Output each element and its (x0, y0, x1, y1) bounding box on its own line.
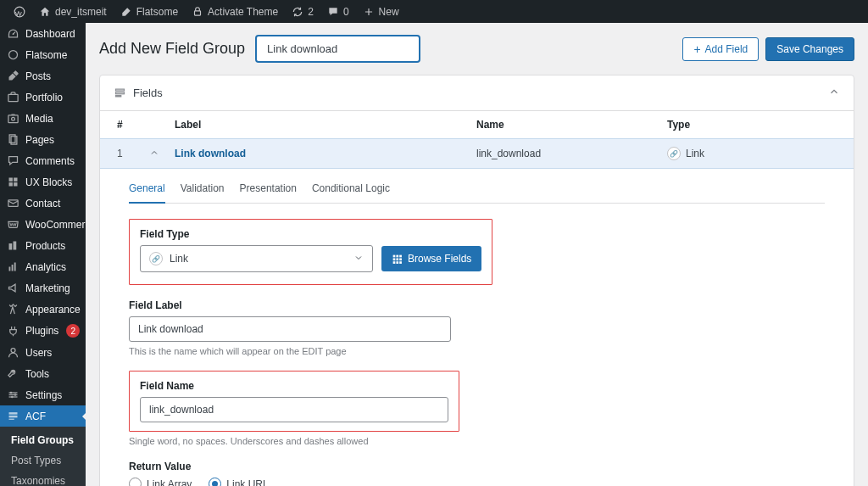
field-row[interactable]: 1 Link download link_download 🔗Link (100, 138, 854, 169)
menu-dashboard[interactable]: Dashboard (0, 23, 86, 44)
menu-products[interactable]: Products (0, 235, 86, 256)
field-toggle[interactable] (149, 148, 175, 160)
customize-link[interactable]: Flatsome (114, 6, 185, 18)
return-value-label: Return Value (129, 461, 825, 472)
svg-point-24 (14, 394, 17, 396)
tab-conditional-logic[interactable]: Conditional Logic (312, 182, 390, 203)
tab-validation[interactable]: Validation (181, 182, 225, 203)
submenu-taxonomies[interactable]: Taxonomies (0, 471, 86, 486)
fields-icon (114, 87, 126, 99)
field-name-help: Single word, no spaces. Underscores and … (129, 436, 825, 446)
tab-general[interactable]: General (129, 182, 165, 204)
svg-point-23 (10, 392, 13, 394)
svg-rect-31 (116, 92, 125, 94)
table-header: # Label Name Type (100, 111, 854, 138)
updates-count[interactable]: 2 (285, 6, 320, 18)
svg-rect-16 (9, 267, 11, 271)
menu-pages[interactable]: Pages (0, 129, 86, 150)
menu-posts[interactable]: Posts (0, 65, 86, 87)
content-area: Add New Field Group +Add Field Save Chan… (86, 23, 868, 486)
title-bar: Add New Field Group +Add Field Save Chan… (99, 35, 854, 63)
wp-logo[interactable] (7, 6, 32, 18)
menu-contact[interactable]: Contact (0, 193, 86, 214)
svg-rect-35 (399, 254, 402, 257)
svg-rect-10 (14, 178, 17, 182)
menu-marketing[interactable]: Marketing (0, 277, 86, 299)
menu-tools[interactable]: Tools (0, 363, 86, 384)
group-name-input[interactable] (255, 35, 420, 63)
col-name: Name (476, 119, 667, 131)
site-name[interactable]: dev_itsmeit (32, 6, 114, 18)
svg-rect-18 (14, 263, 16, 271)
link-icon: 🔗 (149, 252, 163, 265)
radio-link-array[interactable]: Link Array (129, 478, 192, 486)
svg-point-5 (12, 117, 15, 120)
field-type-text: 🔗Link (667, 147, 837, 160)
svg-rect-37 (396, 258, 398, 260)
field-label-help: This is the name which will appear on th… (129, 346, 825, 356)
admin-sidebar: Dashboard Flatsome Posts Portfolio Media… (0, 23, 86, 486)
svg-rect-6 (8, 115, 18, 123)
browse-fields-button[interactable]: Browse Fields (381, 246, 481, 271)
col-label: Label (175, 119, 476, 131)
field-label-link[interactable]: Link download (175, 148, 476, 159)
field-type-select[interactable]: 🔗 Link (140, 245, 373, 272)
svg-rect-39 (393, 261, 396, 264)
menu-analytics[interactable]: Analytics (0, 256, 86, 277)
svg-point-3 (9, 51, 18, 59)
svg-rect-14 (9, 243, 13, 250)
acf-submenu: Field Groups Post Types Taxonomies Tools… (0, 427, 86, 486)
link-icon: 🔗 (667, 147, 681, 160)
editor-tabs: General Validation Presentation Conditio… (129, 182, 825, 204)
submenu-post-types[interactable]: Post Types (0, 450, 86, 471)
activate-theme[interactable]: Activate Theme (185, 6, 285, 18)
svg-rect-9 (9, 178, 13, 182)
svg-rect-17 (12, 265, 14, 271)
svg-rect-40 (396, 261, 398, 264)
field-label-input[interactable] (129, 316, 451, 342)
svg-rect-27 (9, 416, 18, 418)
menu-plugins[interactable]: Plugins2 (0, 320, 86, 342)
svg-rect-11 (9, 182, 13, 186)
plugins-badge: 2 (66, 324, 80, 338)
grid-icon (392, 254, 403, 265)
svg-rect-33 (393, 254, 396, 257)
submenu-field-groups[interactable]: Field Groups (0, 430, 86, 450)
menu-users[interactable]: Users (0, 342, 86, 363)
radio-link-url[interactable]: Link URL (209, 478, 268, 486)
menu-media[interactable]: Media (0, 108, 86, 129)
panel-toggle[interactable] (828, 86, 840, 100)
menu-appearance[interactable]: Appearance (0, 299, 86, 320)
field-type-label: Field Type (140, 228, 481, 240)
admin-bar: dev_itsmeit Flatsome Activate Theme 2 0 … (0, 0, 868, 23)
tab-presentation[interactable]: Presentation (240, 182, 297, 203)
page-title: Add New Field Group (99, 40, 245, 58)
svg-rect-15 (14, 242, 17, 250)
svg-rect-4 (8, 94, 18, 101)
svg-rect-12 (14, 182, 17, 186)
menu-uxblocks[interactable]: UX Blocks (0, 171, 86, 193)
field-order: 1 (117, 148, 149, 159)
svg-rect-36 (393, 258, 396, 260)
save-changes-button[interactable]: Save Changes (765, 37, 854, 61)
svg-rect-41 (399, 261, 402, 264)
menu-portfolio[interactable]: Portfolio (0, 87, 86, 108)
menu-flatsome[interactable]: Flatsome (0, 44, 86, 65)
comments-count[interactable]: 0 (320, 6, 356, 18)
menu-settings[interactable]: Settings (0, 384, 86, 405)
add-field-button[interactable]: +Add Field (682, 37, 759, 61)
menu-woocommerce[interactable]: WooCommerce (0, 214, 86, 235)
svg-rect-30 (116, 89, 125, 91)
menu-acf[interactable]: ACF (0, 405, 86, 427)
col-number: # (117, 119, 149, 131)
field-name-label: Field Name (140, 380, 448, 392)
svg-rect-34 (396, 254, 398, 257)
col-type: Type (667, 119, 837, 131)
new-content[interactable]: New (356, 6, 406, 18)
svg-rect-26 (9, 412, 18, 415)
svg-point-19 (11, 349, 15, 353)
menu-comments[interactable]: Comments (0, 150, 86, 171)
field-name-input[interactable] (140, 397, 448, 422)
svg-point-25 (11, 396, 14, 399)
field-editor: General Validation Presentation Conditio… (100, 169, 854, 486)
